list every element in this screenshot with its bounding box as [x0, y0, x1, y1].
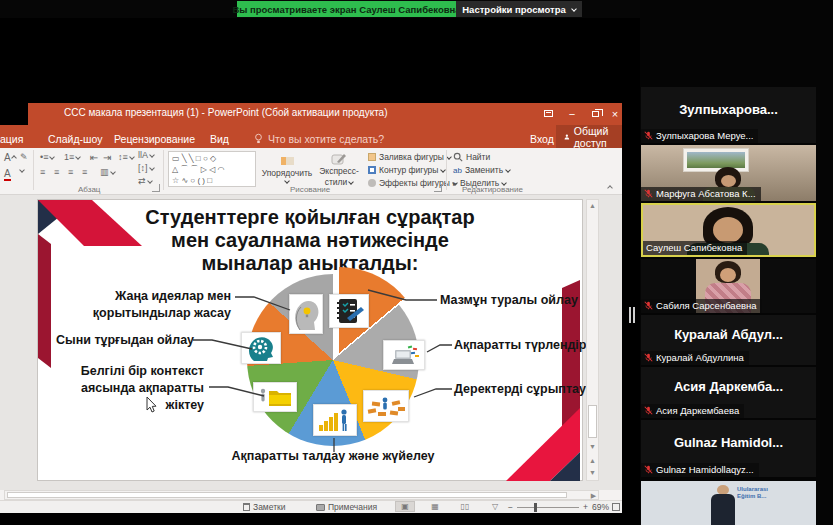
bullets-button[interactable]: •≡: [40, 152, 54, 162]
comments-icon: [316, 504, 325, 511]
vertical-scrollbar[interactable]: ▲ ▼ ▲ ▼: [586, 199, 599, 481]
collapse-ribbon-button[interactable]: [607, 185, 613, 191]
scroll-down-button[interactable]: ▼: [588, 442, 597, 451]
tab-review[interactable]: Рецензирование: [108, 129, 201, 148]
replace-button[interactable]: ab Заменить: [453, 165, 510, 175]
view-settings-button[interactable]: Настройки просмотра: [456, 1, 582, 17]
tab-view[interactable]: Вид: [204, 129, 235, 148]
shape-effects-button[interactable]: Эффекты фигуры: [368, 178, 457, 188]
paragraph-dialog-launcher[interactable]: [152, 184, 160, 192]
tab-animation-partial[interactable]: ация: [0, 129, 29, 148]
participant-tile-active-speaker[interactable]: Саулеш Сапибековна: [641, 203, 816, 257]
numbering-button[interactable]: 1≡: [64, 152, 80, 162]
zoom-slider-thumb[interactable]: [534, 503, 537, 512]
muted-mic-icon: [644, 131, 653, 140]
bar-chart-person-icon: [313, 404, 357, 436]
sign-in-button[interactable]: Вход: [524, 129, 560, 148]
quick-styles-icon: [331, 153, 347, 165]
scroll-up-button[interactable]: ▲: [588, 201, 597, 210]
restore-button[interactable]: [585, 106, 605, 121]
close-icon: ×: [612, 108, 618, 120]
grow-font-button[interactable]: A: [4, 152, 16, 163]
muted-mic-icon: [644, 406, 653, 415]
group-label-paragraph: Абзац: [78, 185, 100, 194]
share-button[interactable]: Общий доступ: [556, 125, 622, 148]
participant-tile[interactable]: Сабиля Сарсенбаевна: [641, 259, 816, 313]
quick-styles-button[interactable]: Экспресс- стили: [316, 153, 362, 187]
tell-me-label: Что вы хотите сделать?: [268, 133, 384, 145]
participant-label: Gulnaz Hamidollaqyz...: [641, 463, 759, 477]
minimize-button[interactable]: −: [562, 106, 582, 121]
ribbon-display-options-button[interactable]: [538, 106, 558, 121]
columns-button[interactable]: ▥: [100, 167, 115, 177]
zoom-level[interactable]: 69%: [592, 502, 609, 512]
tab-slideshow[interactable]: Слайд-шоу: [42, 129, 108, 148]
title-bar[interactable]: ССС макала презентация (1) - PowerPoint …: [0, 103, 622, 125]
callout-critical-thinking: Сыни тұрғыдан ойлау: [56, 332, 194, 349]
align-text-button[interactable]: [↕]: [138, 163, 154, 173]
align-center-button[interactable]: ≡: [54, 167, 59, 177]
clear-format-button[interactable]: ✎: [20, 152, 28, 162]
replace-icon: ab: [453, 166, 462, 175]
comments-button[interactable]: Примечания: [316, 502, 377, 512]
drawing-dialog-launcher[interactable]: [434, 184, 442, 192]
lightbulb-icon: [254, 133, 263, 145]
font-color-dropdown[interactable]: [20, 168, 24, 172]
shape-outline-button[interactable]: Контур фигуры: [368, 165, 445, 175]
shape-fill-button[interactable]: Заливка фигуры: [368, 152, 451, 162]
participant-name: Gulnaz Hamidol...: [641, 420, 816, 465]
person-icon: [564, 132, 570, 142]
chevron-down-icon: [571, 6, 577, 12]
justify-button[interactable]: ≡: [82, 167, 87, 177]
slideshow-view-button[interactable]: ▽: [485, 501, 505, 512]
text-direction-button[interactable]: llА: [138, 150, 154, 160]
fit-slide-button[interactable]: [612, 503, 620, 511]
notes-button[interactable]: Заметки: [243, 502, 286, 512]
align-left-button[interactable]: ≡: [40, 167, 45, 177]
head-gear-icon: [241, 332, 281, 364]
participant-tile[interactable]: Gulnaz Hamidol... Gulnaz Hamidollaqyz...: [641, 420, 816, 477]
next-slide-button[interactable]: ▼: [588, 468, 597, 477]
notebook-checklist-icon: [329, 294, 369, 328]
slide-title: Студенттерге қойылған сұрақтар мен сауал…: [38, 206, 582, 275]
find-button[interactable]: Найти: [453, 152, 490, 162]
participant-tile[interactable]: Асия Даркемба... Асия Даркембаева: [641, 367, 816, 418]
scroll-right-button[interactable]: ▶: [589, 491, 598, 500]
decrease-indent-button[interactable]: ⇤: [90, 152, 98, 163]
convert-smartart-button[interactable]: ⇄: [138, 176, 152, 186]
group-label-editing: Редактирование: [462, 185, 523, 194]
align-right-button[interactable]: ≡: [68, 167, 73, 177]
group-separator: [446, 150, 447, 190]
participant-label: Зулпыхарова Меруе...: [641, 129, 758, 143]
line-spacing-button[interactable]: ↕≡: [118, 152, 134, 162]
chevron-down-icon: [284, 178, 290, 184]
group-separator: [33, 150, 34, 190]
tell-me-box[interactable]: Что вы хотите сделать?: [248, 129, 390, 148]
participant-tile[interactable]: Зулпыхарова... Зулпыхарова Меруе...: [641, 87, 816, 143]
horizontal-scroll-thumb[interactable]: [7, 492, 567, 498]
slide-sorter-view-button[interactable]: ▦: [425, 501, 445, 512]
horizontal-scrollbar[interactable]: ▶: [4, 490, 599, 500]
slide-canvas-area: Студенттерге қойылған сұрақтар мен сауал…: [0, 195, 622, 490]
head-idea-icon: [289, 294, 323, 334]
participant-tile[interactable]: Куралай Абдул... Куралай Абдуллина: [641, 315, 816, 365]
arrange-button[interactable]: Упорядочить: [261, 154, 313, 183]
zoom-slider-track[interactable]: [517, 507, 579, 508]
previous-slide-button[interactable]: ▲: [588, 456, 597, 465]
zoom-out-button[interactable]: −: [508, 502, 513, 512]
callout-sort-data: Деректерді сұрыптау: [454, 381, 586, 398]
sidebar-drag-handle[interactable]: [629, 307, 636, 323]
close-button[interactable]: ×: [605, 106, 625, 121]
reading-view-button[interactable]: ▯▯: [455, 501, 475, 512]
increase-indent-button[interactable]: ⇥: [103, 152, 111, 163]
chevron-down-icon: [505, 167, 511, 173]
vertical-scroll-thumb[interactable]: [588, 405, 597, 438]
zoom-in-button[interactable]: +: [583, 502, 588, 512]
participant-tile[interactable]: Марфуга Абсатова К...: [641, 145, 816, 201]
participant-tile[interactable]: UlulararasıEğitim B...: [641, 481, 816, 525]
font-color-button[interactable]: A: [4, 168, 11, 181]
normal-view-button[interactable]: ▣: [395, 501, 415, 512]
shapes-gallery[interactable]: ▭ ╲ ╲ □ ○ ◇ △ ⌒ ⌒ ▷ ◁ ◠ ☆ ∿ ○ ( ) □: [168, 151, 256, 187]
powerpoint-window: ССС макала презентация (1) - PowerPoint …: [0, 103, 622, 513]
slide[interactable]: Студенттерге қойылған сұрақтар мен сауал…: [37, 199, 583, 481]
